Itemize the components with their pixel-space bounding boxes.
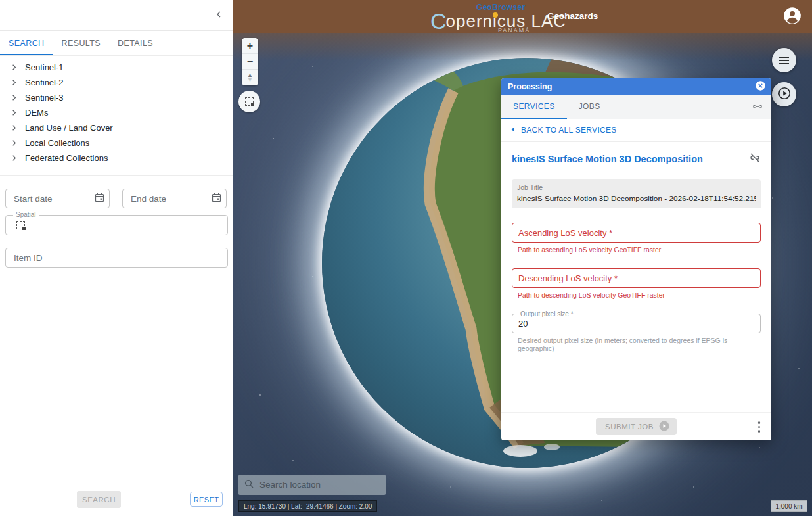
start-date-field [5,189,110,208]
processing-button[interactable] [772,82,796,106]
calendar-icon [94,192,105,205]
start-date-calendar-button[interactable] [94,192,105,205]
reset-button[interactable]: RESET [190,492,223,507]
collection-label: Local Collections [25,138,89,148]
end-date-input[interactable] [131,194,211,204]
back-to-services-link[interactable]: BACK TO ALL SERVICES [501,119,771,142]
coordinates-readout: Lng: 15.91730 | Lat: -29.41466 | Zoom: 2… [238,500,377,512]
output-pixel-size-input[interactable] [518,319,754,329]
spatial-filter: Spatial [5,215,228,235]
header-fade [233,33,812,60]
output-pixel-size-block: Output pixel size * Desired output pixel… [512,314,761,352]
spatial-box [5,215,228,235]
tab-search[interactable]: SEARCH [0,32,53,55]
draw-extent-icon[interactable] [16,221,25,229]
panama-label: PANAMÁ [498,27,530,34]
location-search-input[interactable] [259,480,380,490]
zoom-out-button[interactable]: − [242,54,258,70]
end-date-calendar-button[interactable] [211,192,222,205]
play-circle-icon [658,420,670,433]
descending-los-helper: Path to descending LoS velocity GeoTIFF … [518,291,761,299]
collection-land-use[interactable]: Land Use / Land Cover [0,120,233,135]
processing-dialog: Processing SERVICES JOBS [501,78,771,440]
chevron-right-icon [9,62,19,73]
close-icon [755,80,766,93]
location-search-box [238,475,386,495]
collection-sentinel-1[interactable]: Sentinel-1 [0,60,233,75]
up-down-arrows-icon: ▲▼ [247,73,253,82]
tab-services[interactable]: SERVICES [501,95,567,119]
dialog-title: Processing [508,82,755,91]
output-pixel-size-field: Output pixel size * [512,314,761,333]
map-scale: 1,000 km [771,500,807,512]
layers-menu-button[interactable] [772,48,796,72]
collection-dems[interactable]: DEMs [0,105,233,120]
unlink-button[interactable] [749,152,761,166]
map-canvas[interactable]: GeoBrowser Copernicus LAC PANAMÁ Geohaza… [233,0,812,516]
dialog-tabs: SERVICES JOBS [501,95,771,119]
collection-sentinel-3[interactable]: Sentinel-3 [0,90,233,105]
tab-results[interactable]: RESULTS [53,32,110,55]
zoom-in-button[interactable]: + [242,38,258,54]
dialog-footer: SUBMIT JOB [501,412,771,440]
account-icon [783,7,801,27]
link-off-icon [749,152,761,166]
tab-jobs[interactable]: JOBS [567,95,612,119]
collection-label: DEMs [25,108,48,118]
ascending-los-field-block: Ascending LoS velocity * Path to ascendi… [512,223,761,254]
collection-label: Federated Collections [25,153,108,163]
copy-link-button[interactable] [752,95,763,119]
chevron-right-icon [9,153,19,164]
job-title-value: kinesIS Surface Motion 3D Decomposition … [517,194,756,203]
collapse-sidebar-button[interactable] [214,9,224,22]
collection-federated[interactable]: Federated Collections [0,151,233,166]
submit-job-label: SUBMIT JOB [605,423,654,431]
ascending-los-input[interactable]: Ascending LoS velocity * [512,223,761,243]
descending-los-label: Descending LoS velocity * [518,273,618,283]
draw-extent-button[interactable] [238,91,260,112]
job-title-field[interactable]: Job Title kinesIS Surface Motion 3D Deco… [512,179,761,208]
item-id-wrap [5,248,228,268]
chevron-right-icon [9,123,19,133]
chevron-right-icon [9,138,19,149]
spatial-label: Spatial [13,211,39,218]
collection-sentinel-2[interactable]: Sentinel-2 [0,75,233,90]
zoom-control: + − ▲▼ [242,38,258,85]
app-title: Geohazards [547,11,598,21]
service-title-row: kinesIS Surface Motion 3D Decomposition [501,142,771,174]
calendar-icon [211,192,222,205]
hamburger-icon [779,57,789,64]
output-pixel-size-label: Output pixel size * [518,310,576,317]
end-date-field [122,189,227,208]
item-id-input[interactable] [5,248,228,268]
output-pixel-size-helper: Desired output pixel size (in meters; co… [518,337,761,352]
collection-local[interactable]: Local Collections [0,135,233,151]
ascending-los-label: Ascending LoS velocity * [518,228,612,238]
tab-details[interactable]: DETAILS [109,32,162,55]
ascending-los-helper: Path to ascending LoS velocity GeoTIFF r… [518,246,761,254]
job-title-label: Job Title [517,183,756,191]
satellite-dot-icon [493,12,498,18]
more-options-button[interactable] [756,419,763,434]
date-filters [0,176,233,208]
link-icon [752,101,763,114]
account-button[interactable] [783,7,801,26]
chevron-right-icon [9,78,19,88]
search-button[interactable]: SEARCH [77,491,121,508]
collection-list: Sentinel-1 Sentinel-2 Sentinel-3 DEMs La… [0,56,233,171]
submit-job-button[interactable]: SUBMIT JOB [596,418,677,435]
chevron-right-icon [9,108,19,118]
dialog-header[interactable]: Processing [501,78,771,95]
start-date-input[interactable] [14,194,94,204]
collection-label: Sentinel-2 [25,78,64,87]
tilt-control-button[interactable]: ▲▼ [242,70,258,85]
back-label: BACK TO ALL SERVICES [521,126,617,135]
collection-label: Land Use / Land Cover [25,123,113,133]
play-circle-icon [777,86,792,103]
collection-label: Sentinel-3 [25,93,64,103]
sidebar-footer: SEARCH RESET [0,482,233,516]
descending-los-input[interactable]: Descending LoS velocity * [512,268,761,288]
collection-label: Sentinel-1 [25,62,64,72]
copernicus-c: C [430,9,447,34]
close-dialog-button[interactable] [755,80,766,93]
